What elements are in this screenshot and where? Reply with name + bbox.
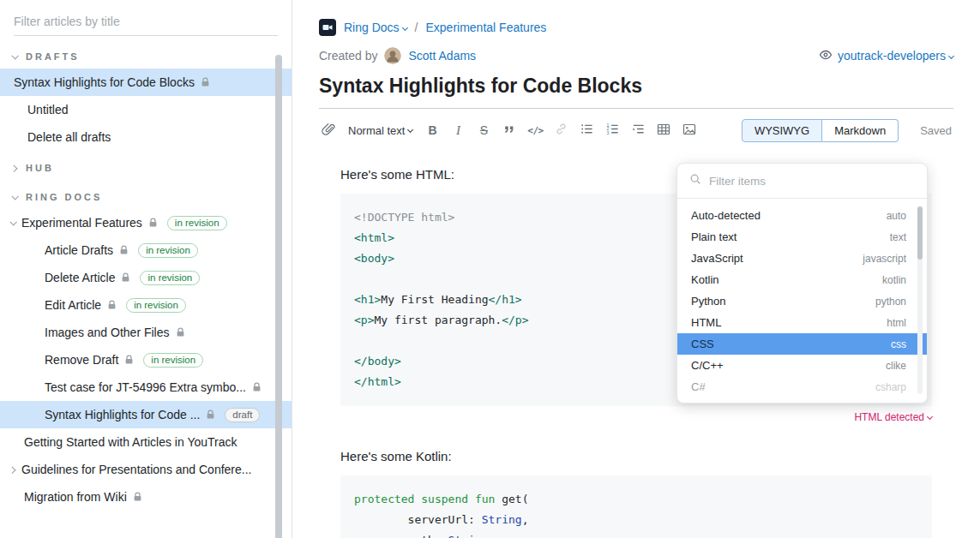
article-filter-input[interactable]: [14, 15, 278, 28]
language-option-kotlin[interactable]: Kotlinkotlin: [677, 269, 927, 290]
language-option-c-cpp[interactable]: C/C++clike: [677, 355, 927, 376]
code-token: path:: [354, 534, 448, 538]
chevron-down-icon: [927, 414, 933, 420]
lock-icon: [148, 217, 158, 230]
status-badge: in revision: [140, 271, 200, 285]
insert-table-button[interactable]: [654, 120, 673, 140]
sidebar-item-images-and-other-files[interactable]: Images and Other Files: [0, 319, 292, 346]
code-token: My First Heading: [381, 293, 488, 306]
language-option-auto-detected[interactable]: Auto-detectedauto: [677, 205, 927, 226]
attach-file-button[interactable]: [319, 120, 338, 140]
lock-icon: [119, 244, 129, 258]
wysiwyg-mode-button[interactable]: WYSIWYG: [742, 119, 822, 142]
language-option-html[interactable]: HTMLhtml: [677, 312, 927, 333]
kotlin-code-block: protected suspend fun get( serverUrl: St…: [340, 475, 932, 538]
breadcrumb-project-link[interactable]: Ring Docs: [344, 21, 407, 34]
language-label: HTML: [691, 316, 721, 329]
bold-button[interactable]: B: [423, 120, 442, 140]
section-header-drafts[interactable]: DRAFTS: [0, 39, 292, 69]
eye-icon: [819, 48, 833, 64]
code-token: </html>: [354, 375, 401, 388]
section-title: RING DOCS: [26, 192, 102, 202]
sidebar-item-edit-article[interactable]: Edit Article in revision: [0, 291, 292, 319]
article-label: Migration from Wiki: [24, 490, 127, 504]
language-option-css[interactable]: CSScss: [677, 333, 927, 355]
sidebar-item-article-drafts[interactable]: Article Drafts in revision: [0, 236, 292, 264]
breadcrumb: Ring Docs / Experimental Features: [319, 19, 953, 36]
lock-icon: [176, 326, 185, 340]
code-line: path: String,: [354, 530, 918, 538]
italic-button[interactable]: I: [448, 120, 467, 140]
sidebar-item-delete-all-drafts[interactable]: Delete all drafts: [0, 123, 292, 151]
sidebar-item-syntax-highlights[interactable]: Syntax Highlights for Code ... draft: [0, 401, 292, 428]
section-title: HUB: [26, 163, 54, 173]
language-option-python[interactable]: Pythonpython: [677, 290, 927, 312]
chevron-down-icon: [11, 52, 18, 59]
project-icon: [319, 19, 336, 36]
language-option-plain-text[interactable]: Plain texttext: [677, 226, 927, 248]
insert-image-button[interactable]: [680, 120, 699, 140]
status-badge: in revision: [143, 353, 203, 368]
svg-text:3: 3: [606, 130, 609, 135]
sidebar-item-untitled[interactable]: Untitled: [0, 96, 292, 123]
code-token: <body>: [354, 252, 394, 265]
section-header-hub[interactable]: HUB: [0, 151, 292, 180]
article-label: Article Drafts: [45, 243, 113, 257]
visibility-group-name: youtrack-developers: [838, 49, 946, 63]
numbered-list-button[interactable]: 123: [603, 120, 622, 140]
code-token: </p>: [502, 314, 528, 326]
sidebar-item-guidelines[interactable]: Guidelines for Presentations and Confere…: [0, 456, 292, 483]
bullet-list-button[interactable]: [577, 120, 596, 140]
article-label: Guidelines for Presentations and Confere…: [21, 463, 252, 476]
markdown-mode-button[interactable]: Markdown: [822, 119, 899, 142]
author-link[interactable]: Scott Adams: [408, 49, 476, 63]
visibility-control[interactable]: youtrack-developers: [819, 48, 953, 64]
sidebar-item-experimental-features[interactable]: Experimental Features in revision: [0, 209, 292, 236]
language-option-csharp[interactable]: C#csharp: [677, 376, 927, 398]
quote-icon: [503, 123, 515, 138]
chevron-down-icon: [407, 126, 413, 132]
quote-button[interactable]: [500, 120, 519, 140]
breadcrumb-article-link[interactable]: Experimental Features: [425, 21, 546, 34]
language-label: Auto-detected: [691, 209, 761, 222]
article-title[interactable]: Syntax Highlights for Code Blocks: [319, 75, 953, 109]
paragraph-style-dropdown[interactable]: Normal text: [348, 124, 412, 137]
task-list-button[interactable]: [628, 120, 647, 140]
section-header-ring-docs[interactable]: RING DOCS: [0, 180, 292, 209]
section-title: DRAFTS: [26, 51, 80, 62]
language-key: css: [891, 338, 906, 350]
editor-toolbar: Normal text B I S </> 123: [319, 117, 953, 144]
link-button[interactable]: [551, 120, 570, 140]
code-line: protected suspend fun get(: [354, 489, 918, 510]
popup-search: [677, 164, 927, 199]
popup-scrollbar-thumb[interactable]: [917, 206, 923, 260]
code-token: </body>: [354, 355, 401, 368]
article-label: Syntax Highlights for Code Blocks: [14, 75, 195, 89]
language-option-javascript[interactable]: JavaScriptjavascript: [677, 248, 927, 269]
article-label: Test case for JT-54996 Extra symbo...: [45, 380, 246, 394]
code-token: <!DOCTYPE html>: [354, 211, 454, 224]
code-language-selector[interactable]: HTML detected: [340, 411, 932, 423]
code-token: protected suspend fun: [354, 493, 495, 505]
language-list: Auto-detectedauto Plain texttext JavaScr…: [677, 199, 927, 398]
sidebar-item-migration-from-wiki[interactable]: Migration from Wiki: [0, 483, 292, 511]
bullet-list-icon: [580, 123, 593, 138]
sidebar-item-test-case[interactable]: Test case for JT-54996 Extra symbo...: [0, 374, 292, 401]
popup-filter-input[interactable]: [709, 175, 915, 188]
detected-language-label: HTML detected: [854, 411, 924, 423]
visibility-group-link[interactable]: youtrack-developers: [838, 49, 953, 63]
article-label: Getting Started with Articles in YouTrac…: [24, 435, 237, 449]
sidebar-scrollbar-thumb[interactable]: [275, 55, 282, 538]
inline-code-button[interactable]: </>: [526, 120, 544, 140]
task-list-icon: [632, 123, 645, 138]
sidebar-item-remove-draft[interactable]: Remove Draft in revision: [0, 346, 292, 374]
sidebar-item-syntax-highlights-draft[interactable]: Syntax Highlights for Code Blocks: [0, 69, 292, 96]
sidebar-item-getting-started[interactable]: Getting Started with Articles in YouTrac…: [0, 428, 292, 456]
articles-sidebar: DRAFTS Syntax Highlights for Code Blocks…: [0, 0, 292, 538]
strikethrough-button[interactable]: S: [474, 120, 493, 140]
code-token: String: [448, 534, 489, 538]
status-badge: draft: [225, 408, 260, 422]
save-status: Saved: [920, 124, 952, 137]
sidebar-item-delete-article[interactable]: Delete Article in revision: [0, 264, 292, 291]
language-label: C#: [691, 380, 706, 393]
